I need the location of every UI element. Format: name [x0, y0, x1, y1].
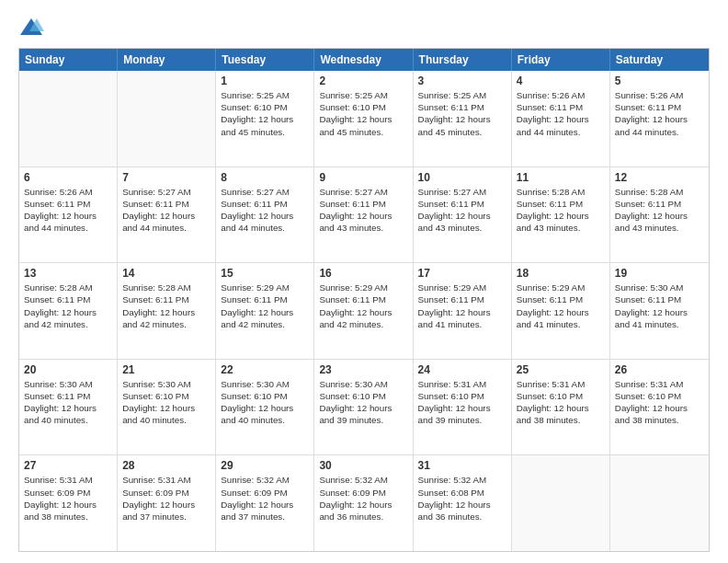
calendar-cell: 30Sunrise: 5:32 AM Sunset: 6:09 PM Dayli…	[314, 455, 413, 551]
calendar-cell: 1Sunrise: 5:25 AM Sunset: 6:10 PM Daylig…	[216, 71, 314, 167]
calendar-cell: 25Sunrise: 5:31 AM Sunset: 6:10 PM Dayli…	[512, 360, 610, 455]
day-number: 18	[517, 267, 605, 280]
calendar-cell: 10Sunrise: 5:27 AM Sunset: 6:11 PM Dayli…	[414, 167, 512, 263]
calendar-cell: 15Sunrise: 5:29 AM Sunset: 6:11 PM Dayli…	[216, 263, 314, 359]
cell-sun-info: Sunrise: 5:31 AM Sunset: 6:09 PM Dayligh…	[24, 474, 112, 523]
cell-sun-info: Sunrise: 5:31 AM Sunset: 6:10 PM Dayligh…	[615, 378, 704, 427]
day-number: 23	[319, 363, 407, 376]
cell-sun-info: Sunrise: 5:32 AM Sunset: 6:09 PM Dayligh…	[221, 474, 309, 523]
cell-sun-info: Sunrise: 5:27 AM Sunset: 6:11 PM Dayligh…	[221, 186, 309, 235]
calendar-cell: 3Sunrise: 5:25 AM Sunset: 6:11 PM Daylig…	[414, 71, 512, 167]
calendar-cell: 22Sunrise: 5:30 AM Sunset: 6:10 PM Dayli…	[216, 360, 314, 455]
day-number: 13	[24, 267, 112, 280]
calendar-cell: 23Sunrise: 5:30 AM Sunset: 6:10 PM Dayli…	[314, 360, 413, 455]
cell-sun-info: Sunrise: 5:25 AM Sunset: 6:11 PM Dayligh…	[418, 89, 506, 138]
cell-sun-info: Sunrise: 5:26 AM Sunset: 6:11 PM Dayligh…	[517, 89, 605, 138]
calendar-cell	[610, 455, 709, 551]
cell-sun-info: Sunrise: 5:31 AM Sunset: 6:10 PM Dayligh…	[517, 378, 605, 427]
calendar-cell: 31Sunrise: 5:32 AM Sunset: 6:08 PM Dayli…	[414, 455, 512, 551]
calendar-cell: 13Sunrise: 5:28 AM Sunset: 6:11 PM Dayli…	[19, 263, 118, 359]
day-number: 3	[418, 75, 506, 87]
cell-sun-info: Sunrise: 5:30 AM Sunset: 6:10 PM Dayligh…	[122, 378, 210, 427]
calendar-cell: 5Sunrise: 5:26 AM Sunset: 6:11 PM Daylig…	[610, 71, 709, 167]
day-number: 10	[418, 171, 506, 184]
day-number: 8	[221, 171, 309, 184]
calendar-cell: 4Sunrise: 5:26 AM Sunset: 6:11 PM Daylig…	[512, 71, 610, 167]
day-number: 31	[418, 459, 506, 472]
calendar-cell: 8Sunrise: 5:27 AM Sunset: 6:11 PM Daylig…	[216, 167, 314, 263]
calendar-header-row: SundayMondayTuesdayWednesdayThursdayFrid…	[19, 49, 709, 71]
day-number: 1	[221, 75, 309, 87]
cell-sun-info: Sunrise: 5:28 AM Sunset: 6:11 PM Dayligh…	[517, 186, 605, 235]
calendar-cell: 26Sunrise: 5:31 AM Sunset: 6:10 PM Dayli…	[610, 360, 709, 455]
calendar-cell: 20Sunrise: 5:30 AM Sunset: 6:11 PM Dayli…	[19, 360, 118, 455]
calendar-cell: 11Sunrise: 5:28 AM Sunset: 6:11 PM Dayli…	[512, 167, 610, 263]
cell-sun-info: Sunrise: 5:28 AM Sunset: 6:11 PM Dayligh…	[122, 282, 210, 330]
calendar-week: 6Sunrise: 5:26 AM Sunset: 6:11 PM Daylig…	[19, 167, 709, 264]
calendar-body: 1Sunrise: 5:25 AM Sunset: 6:10 PM Daylig…	[19, 71, 709, 551]
cal-header-cell: Sunday	[19, 49, 118, 71]
day-number: 5	[615, 75, 704, 87]
calendar-week: 13Sunrise: 5:28 AM Sunset: 6:11 PM Dayli…	[19, 263, 709, 360]
day-number: 30	[319, 459, 407, 472]
day-number: 6	[24, 171, 112, 184]
calendar-cell: 16Sunrise: 5:29 AM Sunset: 6:11 PM Dayli…	[314, 263, 413, 359]
day-number: 19	[615, 267, 704, 280]
day-number: 9	[319, 171, 407, 184]
calendar-cell: 9Sunrise: 5:27 AM Sunset: 6:11 PM Daylig…	[314, 167, 413, 263]
calendar-cell: 29Sunrise: 5:32 AM Sunset: 6:09 PM Dayli…	[216, 455, 314, 551]
cell-sun-info: Sunrise: 5:30 AM Sunset: 6:10 PM Dayligh…	[319, 378, 407, 427]
calendar-cell	[19, 71, 118, 167]
calendar-week: 27Sunrise: 5:31 AM Sunset: 6:09 PM Dayli…	[19, 455, 709, 551]
header	[18, 15, 710, 40]
day-number: 20	[24, 363, 112, 376]
cell-sun-info: Sunrise: 5:26 AM Sunset: 6:11 PM Dayligh…	[615, 89, 704, 138]
calendar-cell	[118, 71, 216, 167]
calendar-week: 20Sunrise: 5:30 AM Sunset: 6:11 PM Dayli…	[19, 360, 709, 456]
day-number: 25	[517, 363, 605, 376]
calendar-cell: 27Sunrise: 5:31 AM Sunset: 6:09 PM Dayli…	[19, 455, 118, 551]
day-number: 22	[221, 363, 309, 376]
calendar: SundayMondayTuesdayWednesdayThursdayFrid…	[18, 48, 710, 552]
cell-sun-info: Sunrise: 5:31 AM Sunset: 6:09 PM Dayligh…	[122, 474, 210, 523]
day-number: 17	[418, 267, 506, 280]
calendar-cell: 14Sunrise: 5:28 AM Sunset: 6:11 PM Dayli…	[118, 263, 216, 359]
day-number: 27	[24, 459, 112, 472]
cell-sun-info: Sunrise: 5:31 AM Sunset: 6:10 PM Dayligh…	[418, 378, 506, 427]
cell-sun-info: Sunrise: 5:29 AM Sunset: 6:11 PM Dayligh…	[319, 282, 407, 330]
day-number: 24	[418, 363, 506, 376]
calendar-cell: 18Sunrise: 5:29 AM Sunset: 6:11 PM Dayli…	[512, 263, 610, 359]
cell-sun-info: Sunrise: 5:27 AM Sunset: 6:11 PM Dayligh…	[122, 186, 210, 235]
calendar-week: 1Sunrise: 5:25 AM Sunset: 6:10 PM Daylig…	[19, 71, 709, 167]
cell-sun-info: Sunrise: 5:30 AM Sunset: 6:11 PM Dayligh…	[615, 282, 704, 330]
cell-sun-info: Sunrise: 5:29 AM Sunset: 6:11 PM Dayligh…	[517, 282, 605, 330]
page: SundayMondayTuesdayWednesdayThursdayFrid…	[0, 0, 728, 563]
day-number: 2	[319, 75, 407, 87]
cal-header-cell: Friday	[512, 49, 610, 71]
day-number: 26	[615, 363, 704, 376]
cal-header-cell: Saturday	[610, 49, 709, 71]
calendar-cell	[512, 455, 610, 551]
day-number: 21	[122, 363, 210, 376]
cell-sun-info: Sunrise: 5:27 AM Sunset: 6:11 PM Dayligh…	[418, 186, 506, 235]
calendar-cell: 21Sunrise: 5:30 AM Sunset: 6:10 PM Dayli…	[118, 360, 216, 455]
cell-sun-info: Sunrise: 5:29 AM Sunset: 6:11 PM Dayligh…	[221, 282, 309, 330]
cell-sun-info: Sunrise: 5:30 AM Sunset: 6:11 PM Dayligh…	[24, 378, 112, 427]
calendar-cell: 7Sunrise: 5:27 AM Sunset: 6:11 PM Daylig…	[118, 167, 216, 263]
calendar-cell: 6Sunrise: 5:26 AM Sunset: 6:11 PM Daylig…	[19, 167, 118, 263]
calendar-cell: 28Sunrise: 5:31 AM Sunset: 6:09 PM Dayli…	[118, 455, 216, 551]
logo	[18, 15, 48, 40]
day-number: 15	[221, 267, 309, 280]
calendar-cell: 17Sunrise: 5:29 AM Sunset: 6:11 PM Dayli…	[414, 263, 512, 359]
cal-header-cell: Thursday	[414, 49, 512, 71]
calendar-cell: 12Sunrise: 5:28 AM Sunset: 6:11 PM Dayli…	[610, 167, 709, 263]
cal-header-cell: Wednesday	[314, 49, 413, 71]
cal-header-cell: Tuesday	[216, 49, 314, 71]
cell-sun-info: Sunrise: 5:27 AM Sunset: 6:11 PM Dayligh…	[319, 186, 407, 235]
day-number: 7	[122, 171, 210, 184]
day-number: 29	[221, 459, 309, 472]
cell-sun-info: Sunrise: 5:29 AM Sunset: 6:11 PM Dayligh…	[418, 282, 506, 330]
day-number: 11	[517, 171, 605, 184]
cell-sun-info: Sunrise: 5:32 AM Sunset: 6:09 PM Dayligh…	[319, 474, 407, 523]
cell-sun-info: Sunrise: 5:28 AM Sunset: 6:11 PM Dayligh…	[615, 186, 704, 235]
